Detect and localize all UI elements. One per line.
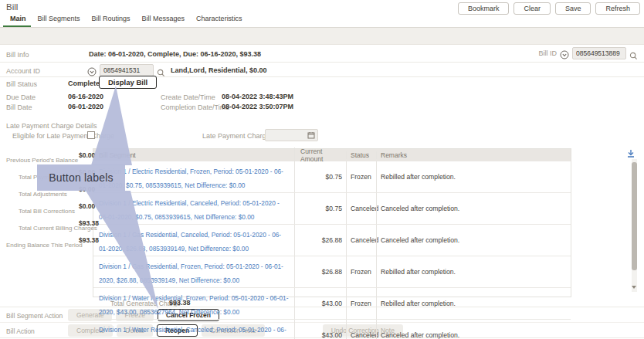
bill-action-label: Bill Action: [6, 327, 35, 335]
toolbar-button-refresh[interactable]: Refresh: [595, 2, 640, 15]
remarks-cell: Canceled after completion.: [376, 193, 571, 224]
remarks-cell: Rebilled after completion.: [376, 256, 571, 287]
tab-bill-routings[interactable]: Bill Routings: [92, 15, 130, 27]
table-row: Division 1 / Gas Residential, Canceled, …: [93, 225, 571, 256]
column-current-amount: Current Amount: [294, 147, 346, 163]
bill-info-label: Bill Info: [6, 51, 29, 59]
remarks-cell: Rebilled after completion.: [376, 161, 571, 192]
toolbar-button-clear[interactable]: Clear: [514, 2, 551, 15]
eligible-late-payment-checkbox[interactable]: [87, 131, 95, 139]
column-status: Status: [346, 151, 376, 159]
row-divider: [0, 62, 644, 63]
totals-row: Total Payments$0.00: [19, 168, 61, 182]
context-menu-icon[interactable]: [87, 66, 97, 75]
remarks-value: Canceled after completion.: [381, 236, 459, 244]
bill-segment-link[interactable]: Division 1 / Gas Residential, Frozen, Pe…: [99, 263, 283, 284]
totals-label: Previous Period's Balance: [6, 157, 78, 164]
header-band: [0, 28, 644, 45]
search-icon[interactable]: [629, 49, 638, 58]
display-bill-button[interactable]: Display Bill: [99, 76, 157, 89]
bill-id-input[interactable]: [572, 47, 626, 59]
bill-segment-link[interactable]: Division 1 / Electric Residential, Cance…: [99, 199, 280, 221]
bill-segment-cell: Division 1 / Water Residential, Frozen, …: [93, 288, 294, 319]
status-cell: Frozen: [346, 161, 376, 192]
search-icon[interactable]: [157, 66, 165, 75]
completion-datetime-value: 08-04-2022 3:50:07PM: [222, 103, 293, 110]
completion-datetime-label: Completion Date/Time: [161, 103, 229, 111]
bill-segment-cell: Division 1 / Electric Residential, Cance…: [93, 193, 294, 224]
remarks-value: Rebilled after completion.: [381, 268, 456, 276]
current-amount-value: $26.88: [322, 236, 342, 244]
totals-row: Total Bill Corrections$0.00: [19, 202, 75, 216]
bill-id-cluster: Bill ID: [538, 47, 638, 59]
current-amount-cell: $26.88: [294, 256, 346, 287]
bill-segment-link[interactable]: Division 1 / Water Residential, Frozen, …: [99, 294, 289, 316]
remarks-cell: Canceled after completion.: [376, 320, 571, 339]
scrollbar-thumb[interactable]: [632, 162, 637, 270]
current-amount-value: $26.88: [322, 268, 342, 276]
bill-segment-link[interactable]: Division 1 / Gas Residential, Canceled, …: [99, 231, 281, 253]
eligible-late-payment-label: Eligible for Late Payment Charge: [12, 132, 114, 140]
status-cell: Frozen: [346, 256, 376, 287]
remarks-value: Canceled after completion.: [381, 331, 459, 339]
bill-status-value: Complete: [68, 80, 100, 87]
totals-value: $93.38: [79, 236, 99, 244]
table-row: Division 1 / Water Residential, Canceled…: [93, 320, 571, 339]
tab-bill-messages[interactable]: Bill Messages: [142, 15, 185, 27]
remarks-cell: Rebilled after completion.: [376, 288, 571, 319]
tab-bill-segments[interactable]: Bill Segments: [38, 15, 80, 27]
table-body: Division 1 / Electric Residential, Froze…: [93, 161, 571, 339]
toolbar-button-bookmark[interactable]: Bookmark: [458, 2, 510, 15]
create-datetime-value: 08-04-2022 3:48:43PM: [222, 93, 293, 100]
totals-label: Total Payments: [19, 174, 61, 181]
bill-status-label: Bill Status: [6, 80, 37, 88]
totals-value: $0.00: [79, 202, 95, 210]
totals-value: $93.38: [79, 219, 99, 227]
current-amount-value: $43.00: [322, 300, 342, 307]
table-row: Division 1 / Electric Residential, Froze…: [93, 161, 571, 193]
table-header: Bill Segment Current Amount Status Remar…: [93, 149, 571, 161]
totals-value: $0.00: [79, 151, 95, 159]
calendar-icon[interactable]: [307, 128, 315, 142]
status-value: Canceled: [351, 331, 378, 339]
totals-label: Total Bill Corrections: [19, 208, 75, 215]
tab-bar: MainBill SegmentsBill RoutingsBill Messa…: [10, 15, 242, 27]
context-menu-icon[interactable]: [560, 49, 569, 58]
totals-row: Ending Balance This Period$93.38: [6, 236, 83, 250]
status-value: Frozen: [351, 173, 371, 181]
bill-segment-action-label: Bill Segment Action: [6, 312, 63, 320]
tab-characteristics[interactable]: Characteristics: [196, 15, 242, 27]
totals-value: $0.00: [79, 168, 95, 176]
status-value: Frozen: [351, 268, 371, 276]
bill-segment-cell: Division 1 / Gas Residential, Canceled, …: [93, 225, 294, 256]
due-date-label: Due Date: [6, 93, 36, 101]
bill-segments-table: Bill Segment Current Amount Status Remar…: [93, 148, 571, 297]
current-amount-value: $0.75: [325, 173, 342, 181]
status-value: Canceled: [351, 205, 378, 212]
tab-main[interactable]: Main: [10, 15, 26, 27]
bill-segment-cell: Division 1 / Water Residential, Canceled…: [93, 320, 294, 339]
bill-date-label: Bill Date: [6, 103, 32, 111]
totals-label: Total Adjustments: [19, 191, 67, 198]
remarks-value: Rebilled after completion.: [381, 173, 456, 181]
page-title: Bill: [6, 2, 18, 12]
bill-segment-link[interactable]: Division 1 / Electric Residential, Froze…: [99, 168, 283, 189]
scrollbar-track[interactable]: [632, 159, 637, 292]
current-amount-value: $0.75: [325, 205, 342, 212]
scrollbar-down-arrow-icon[interactable]: [632, 286, 636, 289]
status-cell: Canceled: [346, 320, 376, 339]
totals-row: Total Current Billing Charges$93.38: [19, 219, 97, 233]
current-amount-cell: $43.00: [294, 288, 346, 319]
status-cell: Canceled: [346, 193, 376, 224]
remarks-cell: Canceled after completion.: [376, 225, 571, 256]
status-value: Frozen: [351, 300, 371, 307]
status-value: Canceled: [351, 236, 378, 244]
bill-segment-link[interactable]: Division 1 / Water Residential, Canceled…: [99, 326, 286, 339]
account-id-input[interactable]: [100, 64, 154, 76]
late-payment-charge-date-input[interactable]: [265, 129, 318, 141]
bill-page: Bill BookmarkClearSaveRefresh MainBill S…: [0, 0, 644, 339]
toolbar-button-save[interactable]: Save: [555, 2, 591, 15]
create-datetime-label: Create Date/Time: [161, 93, 215, 101]
toolbar: BookmarkClearSaveRefresh: [458, 2, 640, 15]
column-bill-segment: Bill Segment: [93, 151, 294, 159]
